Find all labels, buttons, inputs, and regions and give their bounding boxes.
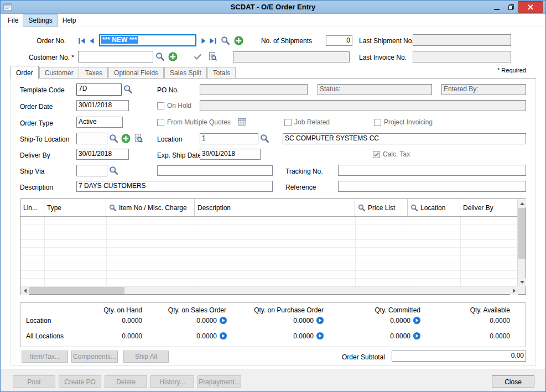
tab-optional-fields[interactable]: Optional Fields: [108, 67, 164, 78]
ship-via-label: Ship Via: [20, 168, 53, 176]
grid-vertical-scrollbar[interactable]: [517, 199, 526, 286]
order-date-input[interactable]: 30/01/2018: [76, 100, 129, 111]
order-type-select[interactable]: Active: [76, 117, 123, 128]
qty-on-sales-order-header: Qty. on Sales Order: [149, 306, 226, 315]
calc-tax-checkbox[interactable]: Calc. Tax: [373, 150, 410, 158]
calc-tax-label: Calc. Tax: [383, 150, 410, 158]
exp-ship-date-label: Exp. Ship Date: [157, 151, 201, 160]
horizontal-scroll-thumb[interactable]: [29, 287, 124, 294]
job-related-label: Job Related: [294, 118, 330, 126]
description-input[interactable]: 7 DAYS CUSTOMERS: [76, 181, 273, 192]
tab-order[interactable]: Order: [11, 66, 39, 79]
deliver-by-input[interactable]: 30/01/2018: [76, 149, 129, 160]
location-finder-icon[interactable]: [260, 134, 269, 143]
customer-finder-icon[interactable]: [155, 52, 165, 61]
new-order-icon[interactable]: [234, 36, 243, 45]
previous-record-icon[interactable]: [87, 36, 96, 45]
from-multiple-quotes-checkbox[interactable]: From Multiple Quotes: [157, 118, 231, 126]
qty-on-hand-header: Qty. on Hand: [76, 306, 142, 315]
vertical-scroll-thumb[interactable]: [518, 208, 526, 259]
components-button[interactable]: Components...: [71, 351, 118, 363]
create-po-button[interactable]: Create PO: [59, 375, 101, 388]
ship-via-input[interactable]: [76, 165, 107, 176]
next-record-icon[interactable]: [199, 36, 208, 45]
ship-to-inquiry-icon[interactable]: [133, 133, 143, 143]
ship-via-finder-icon[interactable]: [109, 166, 118, 175]
sales-order-drilldown-icon[interactable]: [219, 316, 227, 325]
ship-to-location-label: Ship-To Location: [20, 135, 75, 144]
delete-button[interactable]: Delete: [105, 375, 147, 388]
close-button[interactable]: Close: [492, 375, 534, 388]
exp-ship-date-input[interactable]: 30/01/2018: [200, 149, 261, 160]
order-finder-icon[interactable]: [221, 36, 230, 45]
col-description[interactable]: Description: [195, 199, 355, 216]
customer-inquiry-icon[interactable]: [207, 51, 217, 61]
qty-value: 0.0000: [87, 317, 142, 325]
order-type-label: Order Type: [20, 119, 70, 128]
grid-empty-row: [20, 217, 518, 224]
col-price-list[interactable]: Price List: [355, 199, 408, 216]
committed-drilldown-icon[interactable]: [413, 316, 421, 325]
ship-to-location-input[interactable]: [76, 133, 107, 144]
sales-order-drilldown-icon[interactable]: [219, 332, 227, 340]
tab-taxes[interactable]: Taxes: [80, 67, 108, 78]
scroll-down-button[interactable]: [518, 278, 526, 286]
order-lines-grid[interactable]: Lin... Type Item No./ Misc. Charge Descr…: [20, 198, 526, 295]
project-invoicing-checkbox[interactable]: Project Invoicing: [374, 118, 433, 126]
post-button[interactable]: Post: [13, 375, 55, 388]
customer-no-input[interactable]: [78, 51, 153, 62]
menu-settings[interactable]: Settings: [23, 15, 57, 26]
restore-button[interactable]: [504, 1, 518, 13]
footer-bar: Post Create PO Delete History... Prepaym…: [1, 369, 545, 391]
col-deliver-by[interactable]: Deliver By: [460, 199, 518, 216]
purchase-order-drilldown-icon[interactable]: [316, 332, 324, 340]
last-shipment-field: [413, 34, 511, 46]
col-item-no[interactable]: Item No./ Misc. Charge: [106, 199, 195, 216]
prepayment-button[interactable]: Prepayment...: [197, 375, 241, 388]
item-finder-icon[interactable]: [109, 204, 117, 212]
new-ship-to-icon[interactable]: [121, 134, 131, 143]
order-no-input[interactable]: *** NEW ***: [99, 34, 196, 46]
location-input[interactable]: 1: [200, 133, 258, 144]
close-window-button[interactable]: [518, 1, 543, 13]
col-type[interactable]: Type: [44, 199, 106, 216]
tab-sales-split[interactable]: Sales Split: [164, 67, 207, 78]
minimize-button[interactable]: [490, 1, 504, 13]
scroll-up-button[interactable]: [518, 199, 526, 207]
quotes-grid-icon[interactable]: [237, 117, 247, 127]
col-location[interactable]: Location: [408, 199, 460, 216]
menu-file[interactable]: File: [3, 15, 23, 26]
menu-help[interactable]: Help: [58, 15, 81, 26]
location-label: Location: [157, 135, 190, 144]
grid-body[interactable]: [20, 217, 518, 286]
po-no-field[interactable]: [200, 84, 308, 95]
from-multiple-quotes-box: [157, 119, 164, 126]
template-code-input[interactable]: 7D: [76, 83, 122, 96]
ship-to-finder-icon[interactable]: [109, 134, 118, 143]
tracking-no-input[interactable]: [338, 165, 526, 176]
price-list-finder-icon[interactable]: [358, 204, 366, 212]
grid-location-finder-icon[interactable]: [410, 204, 418, 212]
reference-input[interactable]: [338, 181, 526, 192]
last-record-icon[interactable]: [209, 36, 217, 45]
scroll-left-button[interactable]: [20, 286, 29, 295]
history-button[interactable]: History...: [150, 375, 194, 388]
item-tax-button[interactable]: Item/Tax...: [22, 351, 68, 363]
job-related-checkbox[interactable]: Job Related: [284, 118, 330, 126]
grid-empty-row: [20, 271, 518, 279]
accept-check-icon[interactable]: [193, 52, 202, 61]
new-customer-icon[interactable]: [168, 52, 178, 61]
on-hold-checkbox[interactable]: On Hold: [157, 102, 191, 109]
tab-totals[interactable]: Totals: [207, 67, 236, 78]
grid-horizontal-scrollbar[interactable]: [20, 286, 518, 294]
purchase-order-drilldown-icon[interactable]: [316, 316, 324, 325]
first-record-icon[interactable]: [77, 36, 86, 45]
description-label: Description: [20, 184, 64, 192]
tab-customer[interactable]: Customer: [39, 67, 79, 78]
qty-value: 0.0000: [258, 317, 314, 325]
template-finder-icon[interactable]: [123, 85, 133, 94]
ship-all-button[interactable]: Ship All: [123, 351, 169, 363]
app-window: SCDAT - O/E Order Entry File Settings He…: [0, 0, 546, 392]
col-line-number[interactable]: Lin...: [20, 199, 44, 216]
committed-drilldown-icon[interactable]: [413, 332, 421, 340]
